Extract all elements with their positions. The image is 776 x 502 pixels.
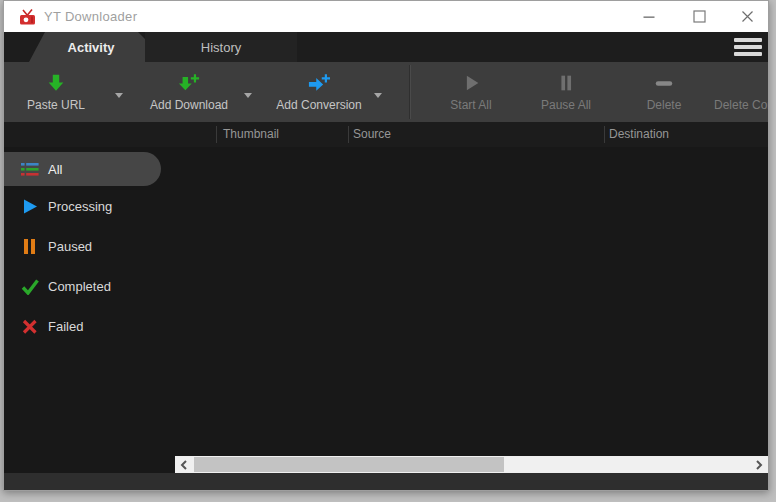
delete-completed-label: Delete Con: [704, 98, 768, 112]
delete-button[interactable]: Delete: [619, 68, 709, 116]
chevron-right-icon: [755, 460, 763, 470]
toolbar: Paste URL Add Download Add Conversion: [4, 62, 768, 122]
menu-button[interactable]: [734, 37, 762, 57]
column-header-destination[interactable]: Destination: [609, 122, 669, 147]
red-x-icon: [21, 318, 39, 335]
scroll-left-button[interactable]: [175, 456, 193, 473]
hamburger-icon: [734, 38, 762, 42]
paste-url-label: Paste URL: [11, 98, 101, 112]
sidebar-item-all-label: All: [48, 162, 62, 177]
minimize-button[interactable]: [632, 1, 666, 32]
green-down-arrow-plus-icon: [142, 68, 236, 94]
start-all-button[interactable]: Start All: [426, 68, 516, 116]
title-bar: YT Downloader: [4, 1, 768, 32]
pause-icon: [521, 68, 611, 94]
sidebar-item-processing-label: Processing: [48, 199, 112, 214]
scroll-right-button[interactable]: [750, 456, 768, 473]
add-conversion-button[interactable]: Add Conversion: [266, 68, 372, 116]
play-icon: [426, 68, 516, 94]
toolbar-separator: [409, 65, 411, 119]
column-header-source[interactable]: Source: [353, 122, 391, 147]
blue-play-icon: [21, 198, 39, 215]
multicolor-list-icon: [21, 161, 39, 178]
sidebar-item-all[interactable]: All: [4, 152, 161, 186]
green-check-icon: [21, 278, 39, 295]
chevron-down-icon: [244, 93, 252, 98]
close-icon: [741, 10, 754, 23]
sidebar-item-paused-label: Paused: [48, 239, 92, 254]
sidebar-item-failed-label: Failed: [48, 319, 83, 334]
horizontal-scrollbar[interactable]: [175, 456, 768, 473]
add-conversion-dropdown[interactable]: [368, 88, 388, 102]
tab-activity-label: Activity: [60, 40, 115, 55]
green-down-arrow-icon: [11, 68, 101, 94]
sidebar-item-paused[interactable]: Paused: [4, 229, 174, 263]
delete-completed-button[interactable]: Delete Con: [704, 68, 768, 116]
maximize-icon: [693, 10, 706, 23]
download-list-area: All Processing Paused Completed: [4, 147, 768, 456]
app-window: YT Downloader Activity History: [3, 0, 769, 491]
chevron-down-icon: [115, 93, 123, 98]
close-button[interactable]: [730, 1, 764, 32]
status-strip: [4, 473, 768, 490]
table-header-row: Thumbnail Source Destination: [4, 122, 768, 147]
paste-url-dropdown[interactable]: [109, 88, 129, 102]
add-download-button[interactable]: Add Download: [142, 68, 236, 116]
column-header-thumbnail[interactable]: Thumbnail: [223, 122, 279, 147]
pause-all-label: Pause All: [521, 98, 611, 112]
sidebar-item-failed[interactable]: Failed: [4, 309, 174, 343]
chevron-down-icon: [374, 93, 382, 98]
sidebar-item-completed[interactable]: Completed: [4, 269, 174, 303]
start-all-label: Start All: [426, 98, 516, 112]
pause-all-button[interactable]: Pause All: [521, 68, 611, 116]
horizontal-scrollbar-row: [4, 456, 768, 473]
sidebar-item-processing[interactable]: Processing: [4, 189, 174, 223]
tv-icon: [19, 9, 36, 25]
chevron-left-icon: [180, 460, 188, 470]
tab-activity[interactable]: Activity: [29, 32, 145, 62]
add-download-label: Add Download: [142, 98, 236, 112]
minimize-icon: [643, 11, 655, 23]
window-title: YT Downloader: [44, 9, 137, 24]
blue-right-arrow-plus-icon: [266, 68, 372, 94]
delete-label: Delete: [619, 98, 709, 112]
maximize-button[interactable]: [682, 1, 716, 32]
tab-history[interactable]: History: [145, 32, 297, 62]
sidebar-item-completed-label: Completed: [48, 279, 111, 294]
paste-url-button[interactable]: Paste URL: [11, 68, 101, 116]
add-download-dropdown[interactable]: [238, 88, 258, 102]
orange-pause-icon: [21, 238, 39, 255]
tab-bar: Activity History: [4, 32, 768, 62]
tab-history-label: History: [201, 40, 241, 55]
scrollbar-thumb[interactable]: [194, 457, 504, 472]
minus-icon: [619, 68, 709, 94]
add-conversion-label: Add Conversion: [266, 98, 372, 112]
minus-icon: [704, 68, 768, 94]
